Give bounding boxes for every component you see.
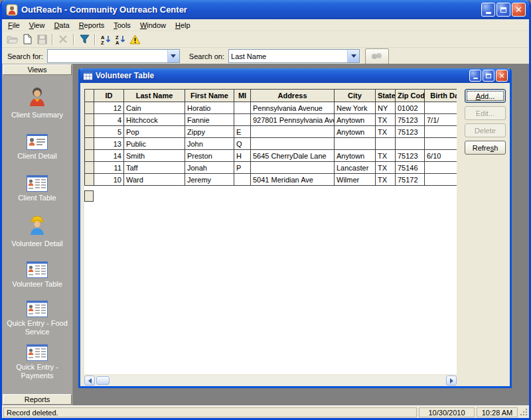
new-row-selector[interactable] — [84, 190, 94, 202]
reports-button[interactable]: Reports — [3, 394, 72, 405]
views-button[interactable]: Views — [3, 64, 72, 75]
row-selector[interactable] — [85, 102, 94, 114]
row-selector[interactable] — [85, 126, 94, 138]
column-header-state[interactable]: State — [376, 90, 396, 102]
table-row[interactable]: 10WardJeremy5041 Meridian AveWilmerTX751… — [85, 174, 457, 186]
cell-mi[interactable]: E — [234, 126, 251, 138]
resize-grip[interactable] — [520, 408, 528, 416]
cell-city[interactable]: Anytown — [335, 150, 376, 162]
scroll-left-button[interactable] — [84, 376, 95, 385]
cell-state[interactable]: TX — [376, 162, 396, 174]
cell-mi[interactable] — [234, 114, 251, 126]
search-execute-button[interactable] — [365, 48, 389, 64]
sort-desc-button[interactable]: ZA — [113, 33, 127, 46]
cell-address[interactable]: 5645 CherryDale Lane — [251, 150, 335, 162]
column-header-mi[interactable]: MI — [234, 90, 251, 102]
filter-button[interactable] — [77, 33, 92, 46]
cell-city[interactable]: New York — [335, 102, 376, 114]
cell-id[interactable]: 11 — [94, 162, 124, 174]
table-row[interactable]: 4HitchcockFannie927801 Pennsylvania Aven… — [85, 114, 457, 126]
cell-state[interactable]: TX — [376, 174, 396, 186]
cell-first-name[interactable]: Jonah — [185, 162, 234, 174]
cell-birth-date[interactable]: 7/1/ — [425, 114, 457, 126]
column-header-city[interactable]: City — [335, 90, 376, 102]
cell-address[interactable] — [251, 126, 335, 138]
table-row[interactable]: 14SmithPrestonH5645 CherryDale LaneAnyto… — [85, 150, 457, 162]
cell-state[interactable]: NY — [376, 102, 396, 114]
menu-data[interactable]: Data — [49, 21, 74, 30]
cell-zip-code[interactable]: 75146 — [396, 162, 425, 174]
cell-address[interactable] — [251, 138, 335, 150]
cell-address[interactable]: Pennsylvania Avenue — [251, 102, 335, 114]
refresh-button[interactable]: Refresh — [465, 141, 506, 155]
cell-first-name[interactable]: Preston — [185, 150, 234, 162]
cell-first-name[interactable]: Zippy — [185, 126, 234, 138]
column-header-id[interactable]: ID — [94, 90, 124, 102]
cell-state[interactable] — [376, 138, 396, 150]
column-header-zip-code[interactable]: Zip Code — [396, 90, 425, 102]
table-row[interactable]: 13PublicJohnQ — [85, 138, 457, 150]
cell-mi[interactable]: P — [234, 162, 251, 174]
sidebar-item-client-table[interactable]: Client Table — [2, 175, 72, 202]
cell-zip-code[interactable] — [396, 138, 425, 150]
child-minimize-button[interactable] — [469, 70, 481, 82]
cell-city[interactable]: Lancaster — [335, 162, 376, 174]
sidebar-item-volunteer-detail[interactable]: Volunteer Detail — [2, 214, 72, 248]
cell-id[interactable]: 5 — [94, 126, 124, 138]
table-row[interactable]: 5PopZippyEAnytownTX75123 — [85, 126, 457, 138]
cell-last-name[interactable]: Smith — [124, 150, 185, 162]
cell-last-name[interactable]: Taff — [124, 162, 185, 174]
cell-zip-code[interactable]: 75123 — [396, 114, 425, 126]
cell-zip-code[interactable]: 75123 — [396, 126, 425, 138]
child-close-button[interactable]: ✕ — [496, 70, 508, 82]
scrollbar-thumb[interactable] — [96, 376, 110, 385]
cell-last-name[interactable]: Pop — [124, 126, 185, 138]
warning-button[interactable] — [127, 33, 142, 46]
cell-state[interactable]: TX — [376, 150, 396, 162]
row-selector[interactable] — [85, 150, 94, 162]
cell-id[interactable]: 13 — [94, 138, 124, 150]
cell-last-name[interactable]: Cain — [124, 102, 185, 114]
cell-mi[interactable] — [234, 174, 251, 186]
cell-id[interactable]: 10 — [94, 174, 124, 186]
close-button[interactable]: ✕ — [512, 3, 526, 17]
new-button[interactable] — [20, 33, 35, 46]
menu-window[interactable]: Window — [135, 21, 171, 30]
cell-zip-code[interactable]: 75123 — [396, 150, 425, 162]
cell-birth-date[interactable] — [425, 162, 457, 174]
sidebar-item-client-detail[interactable]: Client Detail — [2, 134, 72, 161]
sidebar-item-volunteer-table[interactable]: Volunteer Table — [2, 261, 72, 289]
cell-city[interactable] — [335, 138, 376, 150]
cell-city[interactable]: Anytown — [335, 126, 376, 138]
scroll-right-button[interactable] — [446, 376, 457, 385]
cell-zip-code[interactable]: 75172 — [396, 174, 425, 186]
cell-address[interactable] — [251, 162, 335, 174]
row-selector[interactable] — [85, 114, 94, 126]
horizontal-scrollbar[interactable] — [84, 376, 457, 385]
search-for-input[interactable] — [48, 50, 167, 62]
search-on-input[interactable] — [229, 50, 347, 62]
add-button[interactable]: Add... — [465, 89, 506, 103]
cell-city[interactable]: Wilmer — [335, 174, 376, 186]
cell-birth-date[interactable] — [425, 102, 457, 114]
child-maximize-button[interactable] — [483, 70, 494, 82]
row-selector-header[interactable] — [85, 90, 94, 102]
table-row[interactable]: 11TaffJonahPLancasterTX75146 — [85, 162, 457, 174]
maximize-button[interactable] — [496, 3, 510, 17]
cell-address[interactable]: 5041 Meridian Ave — [251, 174, 335, 186]
cell-first-name[interactable]: Horatio — [185, 102, 234, 114]
cell-state[interactable]: TX — [376, 114, 396, 126]
row-selector[interactable] — [85, 174, 94, 186]
sort-asc-button[interactable]: AZ — [98, 33, 113, 46]
column-header-first-name[interactable]: First Name — [185, 90, 234, 102]
row-selector[interactable] — [85, 138, 94, 150]
column-header-birth-date[interactable]: Birth Date — [425, 90, 457, 102]
cell-mi[interactable]: Q — [234, 138, 251, 150]
column-header-last-name[interactable]: Last Name — [124, 90, 185, 102]
row-selector[interactable] — [85, 162, 94, 174]
cell-state[interactable]: TX — [376, 126, 396, 138]
menu-tools[interactable]: Tools — [109, 21, 135, 30]
minimize-button[interactable] — [481, 3, 495, 17]
search-on-dropdown-button[interactable] — [347, 50, 359, 62]
cell-first-name[interactable]: John — [185, 138, 234, 150]
